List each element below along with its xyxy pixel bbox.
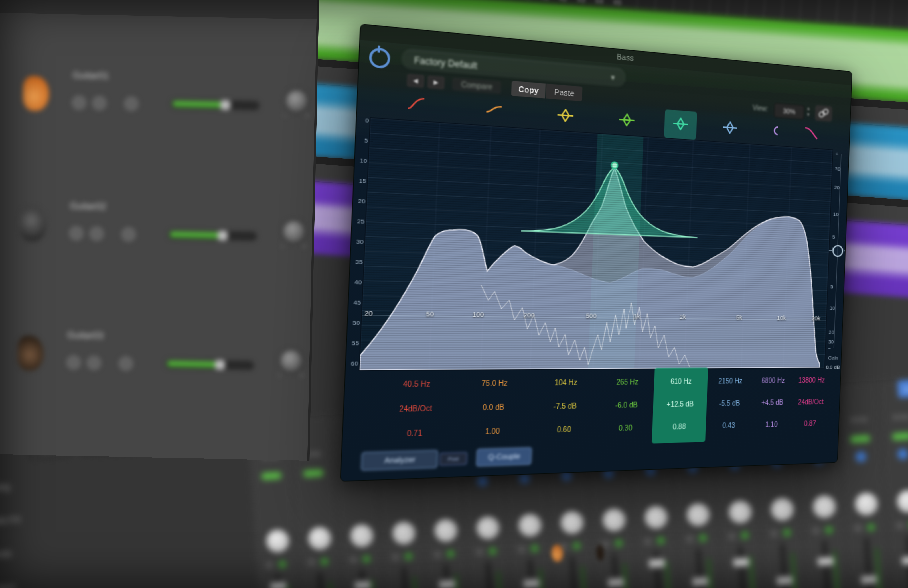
pan-knob[interactable]: [389, 519, 419, 548]
fader-cap[interactable]: [692, 577, 708, 586]
mute-button[interactable]: [644, 537, 652, 546]
band-q-value[interactable]: 0.88: [650, 415, 708, 439]
solo-button[interactable]: [320, 557, 329, 566]
band-2-readout[interactable]: 75.0 Hz0.0 dB1.00: [459, 371, 527, 445]
band-1-button-high-pass-icon[interactable]: [406, 95, 427, 113]
freeze-button[interactable]: [892, 432, 908, 441]
band-4-readout[interactable]: 265 Hz-6.0 dB0.30: [595, 371, 657, 441]
freeze-button[interactable]: [303, 469, 324, 478]
band-3-button-bell-icon[interactable]: [556, 107, 575, 124]
mute-button[interactable]: [349, 556, 358, 564]
mute-button[interactable]: [433, 550, 442, 559]
compare-button[interactable]: Compare: [452, 77, 501, 94]
eq-graph[interactable]: 20501002005001k2k5k10k20k: [359, 117, 833, 371]
mute-button[interactable]: [728, 532, 736, 540]
next-preset-button[interactable]: ▶: [427, 76, 445, 90]
track-header-3[interactable]: Guitar03 LR: [0, 322, 303, 395]
pan-knob[interactable]: [557, 508, 586, 537]
mute-button[interactable]: [517, 545, 526, 554]
mute-button[interactable]: [475, 548, 484, 556]
pan-knob[interactable]: [810, 492, 839, 521]
volume-slider[interactable]: [168, 230, 257, 241]
pan-knob[interactable]: [726, 497, 755, 527]
mute-button[interactable]: [66, 355, 80, 370]
input-button[interactable]: [855, 451, 866, 463]
freeze-button[interactable]: [850, 435, 870, 443]
pan-knob[interactable]: [279, 348, 304, 373]
solo-button[interactable]: [699, 534, 707, 542]
band-q-value[interactable]: 0.30: [595, 416, 655, 441]
view-stepper[interactable]: ▲▼: [805, 106, 812, 119]
band-freq-value[interactable]: 104 Hz: [534, 371, 597, 395]
band-freq-value[interactable]: 40.5 Hz: [382, 372, 451, 397]
mute-button[interactable]: [770, 529, 778, 538]
mute-button[interactable]: [72, 96, 86, 110]
pan-knob[interactable]: [431, 516, 460, 545]
volume-fader[interactable]: [654, 551, 662, 588]
band-4-button-bell-icon[interactable]: [617, 111, 636, 129]
solo-button[interactable]: [530, 544, 539, 553]
record-button[interactable]: [121, 227, 136, 241]
fader-cap[interactable]: [439, 580, 456, 588]
mute-button[interactable]: [391, 553, 400, 562]
band-8-readout[interactable]: 13800 Hz24dB/Oct0.87: [783, 370, 838, 435]
band-gain-value[interactable]: -7.5 dB: [533, 394, 596, 419]
power-button[interactable]: [369, 47, 391, 69]
band-6-button-bell-icon[interactable]: [721, 119, 739, 136]
band-freq-value[interactable]: 265 Hz: [597, 371, 657, 394]
mute-button[interactable]: [307, 558, 316, 567]
track-header-1[interactable]: Guitar01 LR: [2, 62, 308, 135]
mute-button[interactable]: [265, 561, 274, 569]
mute-button[interactable]: [896, 521, 904, 530]
fader-cap[interactable]: [649, 559, 665, 568]
band-freq-value[interactable]: 75.0 Hz: [462, 371, 527, 396]
band-gain-value[interactable]: 0.0 dB: [460, 395, 526, 420]
band-gain-value[interactable]: +12.5 dB: [651, 393, 709, 416]
pan-knob[interactable]: [263, 527, 292, 556]
band-3-readout[interactable]: 104 Hz-7.5 dB0.60: [532, 371, 597, 443]
pan-knob[interactable]: [684, 500, 713, 529]
fader-cap[interactable]: [270, 582, 287, 588]
volume-fader[interactable]: [738, 546, 747, 588]
pan-knob[interactable]: [281, 219, 306, 244]
band-q-value[interactable]: 0.60: [532, 418, 595, 443]
fader-cap[interactable]: [608, 578, 624, 587]
band-7-button-high-shelf-icon[interactable]: [764, 123, 781, 139]
freeze-button[interactable]: [261, 472, 282, 480]
track-header-2[interactable]: Guitar02 LR: [0, 193, 306, 266]
solo-button[interactable]: [362, 555, 371, 563]
solo-button[interactable]: [278, 560, 287, 569]
volume-slider[interactable]: [171, 99, 260, 110]
band-q-value[interactable]: 1.00: [459, 419, 525, 445]
analyzer-button[interactable]: Analyzer: [361, 450, 438, 471]
pan-knob[interactable]: [473, 513, 502, 543]
solo-button[interactable]: [867, 523, 875, 532]
volume-fader[interactable]: [486, 562, 494, 588]
record-button[interactable]: [119, 357, 133, 371]
band-gain-value[interactable]: -6.0 dB: [596, 394, 656, 418]
pan-knob[interactable]: [894, 487, 908, 516]
channel-type-tab[interactable]: Audio: [897, 379, 908, 398]
band-gain-value[interactable]: 24dB/Oct: [381, 396, 450, 422]
solo-button[interactable]: [615, 539, 623, 548]
solo-button[interactable]: [488, 547, 497, 556]
band-q-value[interactable]: 0.71: [380, 421, 449, 447]
solo-button[interactable]: [783, 529, 791, 537]
fader-cap[interactable]: [733, 558, 749, 567]
pan-knob[interactable]: [305, 524, 334, 553]
prev-preset-button[interactable]: ◀: [407, 74, 425, 88]
copy-button[interactable]: Copy: [511, 81, 546, 98]
mute-button[interactable]: [602, 540, 610, 548]
solo-button[interactable]: [92, 96, 106, 110]
pan-knob[interactable]: [347, 521, 377, 550]
pan-knob[interactable]: [768, 495, 797, 524]
band-freq-value[interactable]: 610 Hz: [652, 370, 710, 394]
record-button[interactable]: [124, 97, 138, 111]
band-freq-value[interactable]: 13800 Hz: [785, 370, 838, 392]
mute-button[interactable]: [69, 226, 83, 241]
mute-button[interactable]: [812, 527, 820, 535]
band-8-button-low-pass-icon[interactable]: [803, 125, 819, 141]
fader-cap[interactable]: [354, 581, 371, 588]
pan-knob[interactable]: [852, 490, 881, 519]
band-5-button-bell-icon[interactable]: [671, 116, 689, 132]
